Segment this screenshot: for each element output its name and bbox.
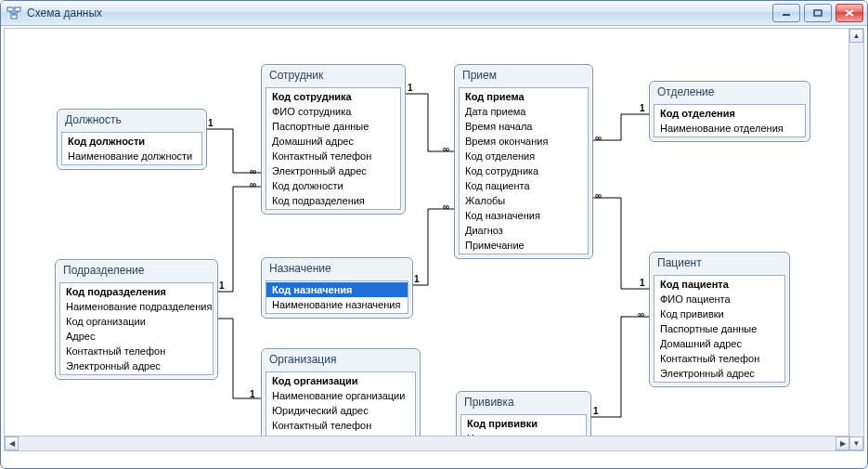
field-row[interactable]: Наименование организации <box>266 388 415 403</box>
field-row[interactable]: Контактный телефон <box>654 351 784 366</box>
field-row[interactable]: Код сотрудника <box>266 89 400 104</box>
table-dolzhnost[interactable]: Должность Код должностиНаименование долж… <box>57 109 207 170</box>
table-title: Пациент <box>650 253 789 275</box>
field-row[interactable]: Код прививки <box>461 416 586 431</box>
field-row[interactable]: Код организации <box>266 373 415 388</box>
table-fields: Код отделенияНаименование отделения <box>654 104 806 137</box>
field-row[interactable]: Наименование подразделения <box>60 299 213 314</box>
field-row[interactable]: Наименование отделения <box>654 121 805 136</box>
app-window: Схема данных <box>0 0 868 469</box>
field-row[interactable]: Контактный телефон <box>266 149 400 163</box>
field-row[interactable]: Наименование должности <box>62 149 201 163</box>
field-row[interactable]: Код назначения <box>266 282 408 297</box>
field-row[interactable]: ФИО сотрудника <box>266 104 400 119</box>
field-row[interactable]: Код пациента <box>460 178 588 193</box>
card-inf: ∞ <box>443 144 449 154</box>
field-row[interactable]: Время окончания <box>460 134 588 149</box>
titlebar[interactable]: Схема данных <box>1 1 867 26</box>
field-row[interactable]: Дата приема <box>460 104 588 119</box>
table-title: Организация <box>262 349 420 371</box>
field-row[interactable]: Код отделения <box>654 106 805 121</box>
field-row[interactable]: Код сотрудника <box>460 163 588 178</box>
field-row[interactable]: Код отделения <box>460 149 588 163</box>
table-title: Сотрудник <box>262 65 405 87</box>
table-title: Подразделение <box>56 260 217 282</box>
card-inf: ∞ <box>443 202 449 212</box>
window-title: Схема данных <box>27 7 772 20</box>
table-fields: Код приемаДата приемаВремя началаВремя о… <box>459 87 589 254</box>
field-row[interactable]: Наименование назначения <box>266 297 408 312</box>
table-fields: Код подразделенияНаименование подразделе… <box>59 282 214 375</box>
card-1: 1 <box>640 278 645 288</box>
window-buttons <box>772 4 863 22</box>
svg-rect-1 <box>15 7 20 11</box>
card-1: 1 <box>593 406 599 416</box>
field-row[interactable]: Время начала <box>460 119 588 134</box>
table-otdelenie[interactable]: Отделение Код отделенияНаименование отде… <box>649 81 810 142</box>
table-fields: Код сотрудникаФИО сотрудникаПаспортные д… <box>266 87 401 210</box>
field-row[interactable]: Код подразделения <box>60 284 213 299</box>
field-row[interactable]: Код назначения <box>460 208 588 223</box>
card-1: 1 <box>219 280 225 291</box>
card-inf: ∞ <box>250 179 256 189</box>
table-sotrudnik[interactable]: Сотрудник Код сотрудникаФИО сотрудникаПа… <box>261 64 406 215</box>
field-row[interactable]: Жалобы <box>460 193 588 208</box>
close-button[interactable] <box>836 4 863 22</box>
scroll-up-icon[interactable]: ▲ <box>849 29 863 43</box>
minimize-button[interactable] <box>772 4 800 22</box>
svg-rect-2 <box>11 15 17 19</box>
field-row[interactable]: Домашний адрес <box>266 134 400 149</box>
field-row[interactable]: Паспортные данные <box>266 119 400 134</box>
field-row[interactable]: Примечание <box>460 238 588 253</box>
maximize-button[interactable] <box>804 4 832 22</box>
field-row[interactable]: Электронный адрес <box>60 358 213 373</box>
field-row[interactable]: Код подразделения <box>266 193 400 208</box>
field-row[interactable]: ФИО пациента <box>654 292 784 306</box>
scroll-left-icon[interactable]: ◀ <box>5 436 19 450</box>
relationships-canvas[interactable]: 1 ∞ 1 ∞ 1 ∞ 1 ∞ 1 ∞ 1 ∞ 1 ∞ 1 ∞ Должност… <box>4 28 864 451</box>
field-row[interactable]: Код прививки <box>654 306 784 321</box>
table-pacient[interactable]: Пациент Код пациентаФИО пациентаКод прив… <box>649 252 790 387</box>
field-row[interactable]: Электронный адрес <box>266 163 400 178</box>
field-row[interactable]: Контактный телефон <box>266 418 415 433</box>
table-title: Назначение <box>262 258 412 280</box>
table-title: Отделение <box>650 82 810 104</box>
field-row[interactable]: Код организации <box>60 314 213 329</box>
schema-icon <box>6 6 21 20</box>
field-row[interactable]: Паспортные данные <box>654 321 784 336</box>
table-podrazdelenie[interactable]: Подразделение Код подразделенияНаименова… <box>55 259 218 380</box>
card-inf: ∞ <box>250 166 256 176</box>
table-naznachenie[interactable]: Назначение Код назначенияНаименование на… <box>261 257 413 319</box>
card-inf: ∞ <box>638 309 644 319</box>
table-title: Должность <box>58 110 206 132</box>
field-row[interactable]: Код пациента <box>654 277 784 292</box>
scroll-right-icon[interactable]: ▶ <box>836 436 849 450</box>
field-row[interactable]: Адрес <box>60 329 213 344</box>
card-1: 1 <box>250 389 255 399</box>
vertical-scrollbar[interactable]: ▲ ▼ <box>849 28 864 451</box>
card-inf: ∞ <box>595 190 602 201</box>
field-row[interactable]: Код должности <box>62 134 201 149</box>
field-row[interactable]: Диагноз <box>460 223 588 238</box>
table-title: Прививка <box>457 392 590 414</box>
card-1: 1 <box>414 274 420 284</box>
card-inf: ∞ <box>595 133 602 143</box>
scroll-down-icon[interactable]: ▼ <box>849 436 863 450</box>
field-row[interactable]: Юридический адрес <box>266 403 415 418</box>
table-priem[interactable]: Прием Код приемаДата приемаВремя началаВ… <box>454 64 593 259</box>
table-title: Прием <box>455 65 592 87</box>
card-1: 1 <box>208 118 214 128</box>
field-row[interactable]: Код должности <box>266 178 400 193</box>
horizontal-scrollbar[interactable]: ◀ ▶ <box>4 436 850 451</box>
table-fields: Код назначенияНаименование назначения <box>266 280 408 314</box>
table-fields: Код пациентаФИО пациентаКод прививкиПасп… <box>654 275 785 383</box>
svg-rect-4 <box>814 10 822 16</box>
field-row[interactable]: Электронный адрес <box>654 366 784 381</box>
card-1: 1 <box>408 83 413 93</box>
table-fields: Код должностиНаименование должности <box>61 132 202 165</box>
card-1: 1 <box>640 103 645 113</box>
field-row[interactable]: Контактный телефон <box>60 344 213 358</box>
field-row[interactable]: Домашний адрес <box>654 336 784 351</box>
field-row[interactable]: Код приема <box>460 89 588 104</box>
svg-rect-0 <box>7 7 13 11</box>
